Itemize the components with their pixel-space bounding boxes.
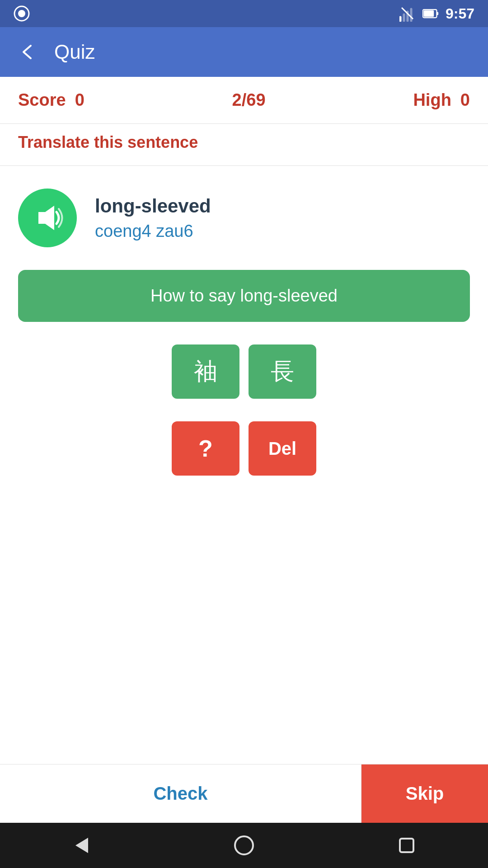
word-english: long-sleeved [95,195,211,217]
svg-rect-13 [400,839,413,852]
char-buttons-row: 袖 長 [18,344,470,399]
nav-home-button[interactable] [226,827,262,863]
skip-text: Skip [406,783,444,804]
translate-label: Translate this sentence [18,133,198,151]
del-text: Del [268,439,296,459]
status-bar: 9:57 [0,0,488,27]
svg-point-1 [18,10,25,17]
svg-marker-10 [38,206,54,230]
signal-icon [399,5,416,22]
char-text-1: 長 [271,356,294,387]
status-time: 9:57 [446,5,474,22]
progress-text: 2/69 [84,90,413,110]
skip-button[interactable]: Skip [361,764,488,823]
high-value: 0 [460,90,470,110]
char-text-0: 袖 [194,356,217,387]
app-title: Quiz [54,41,95,63]
main-content: long-sleeved coeng4 zau6 How to say long… [0,166,488,764]
score-label: Score [18,90,66,110]
app-bar: Quiz [0,27,488,77]
nav-recent-button[interactable] [389,827,425,863]
char-button-0[interactable]: 袖 [172,344,239,399]
svg-marker-11 [75,838,88,853]
high-label: High [413,90,451,110]
battery-icon [422,5,439,22]
how-to-say-text: How to say long-sleeved [150,286,338,305]
status-bar-left [14,5,30,22]
word-info: long-sleeved coeng4 zau6 [95,195,211,241]
hint-text: ? [198,435,213,462]
spacer [18,494,470,746]
word-phonetic: coeng4 zau6 [95,222,211,241]
action-buttons-row: ? Del [18,421,470,476]
char-button-1[interactable]: 長 [249,344,316,399]
nav-back-button[interactable] [63,827,99,863]
word-row: long-sleeved coeng4 zau6 [18,184,470,252]
translate-instruction: Translate this sentence [0,124,488,166]
bottom-buttons: Check Skip [0,764,488,823]
status-bar-right: 9:57 [399,5,474,22]
check-text: Check [153,783,207,804]
nav-bar [0,823,488,868]
back-button[interactable] [14,38,41,66]
svg-rect-8 [436,12,438,15]
score-value: 0 [75,90,84,110]
speaker-button[interactable] [18,189,77,247]
hint-button[interactable]: ? [172,421,239,476]
how-to-say-button[interactable]: How to say long-sleeved [18,270,470,322]
check-button[interactable]: Check [0,764,361,823]
score-row: Score 0 2/69 High 0 [0,77,488,124]
app-icon [14,5,30,22]
svg-rect-9 [424,10,434,17]
svg-point-12 [235,836,253,854]
del-button[interactable]: Del [249,421,316,476]
